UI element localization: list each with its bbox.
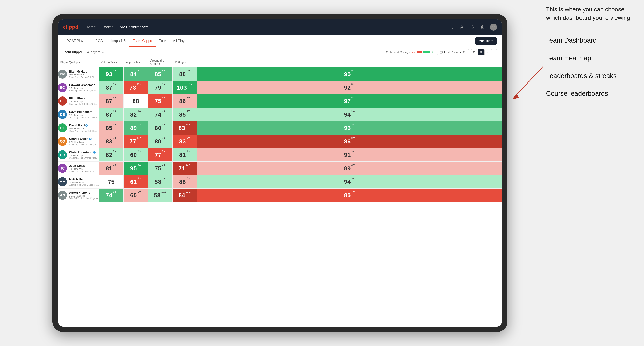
score-cell: 801 bbox=[148, 135, 172, 148]
nav-link-myperformance[interactable]: My Performance bbox=[120, 25, 148, 29]
svg-point-4 bbox=[461, 26, 462, 27]
score-cell: 8310 bbox=[172, 121, 197, 135]
tablet-frame: clippd Home Teams My Performance bbox=[52, 14, 508, 332]
table-row[interactable]: MM Matt Miller 6-10 Handicap Woburn Golf… bbox=[58, 175, 502, 188]
settings-icon[interactable] bbox=[480, 24, 486, 30]
player-handicap: Plus Handicap bbox=[69, 73, 99, 76]
score-cell: 853 bbox=[172, 108, 197, 121]
player-cell: AN Aaron Nicholls 11-15 Handicap Drift G… bbox=[58, 188, 99, 202]
view-sort-button[interactable]: ↕ bbox=[491, 49, 497, 55]
add-team-button[interactable]: Add Team bbox=[475, 37, 497, 44]
th-around-green[interactable]: Around the Green ▾ bbox=[148, 57, 172, 67]
edit-icon[interactable]: ✏ bbox=[102, 50, 104, 54]
verified-badge: ✓ bbox=[93, 151, 96, 154]
table-row[interactable]: DF David Ford✓ Plus Handicap Royal North… bbox=[58, 121, 502, 135]
subnav-pga[interactable]: PGA bbox=[92, 35, 106, 47]
player-avatar: AN bbox=[58, 191, 67, 200]
subnav-tour[interactable]: Tour bbox=[156, 35, 170, 47]
score-cell: 892 bbox=[197, 162, 502, 175]
table-row[interactable]: EE Elliot Ebert 1-5 Handicap Sunningdale… bbox=[58, 94, 502, 108]
th-putting[interactable]: Putting ▾ bbox=[172, 57, 197, 67]
player-club: Sunningdale Golf Club, United Kingdom bbox=[69, 103, 99, 105]
player-handicap: 1-5 Handicap bbox=[69, 87, 99, 89]
subnav-teamclippd[interactable]: Team Clippd bbox=[129, 35, 156, 47]
calendar-icon bbox=[440, 51, 443, 54]
th-player[interactable]: Player Quality ▾ bbox=[58, 57, 99, 67]
table-row[interactable]: JC Josh Coles 1-5 Handicap Royal North D… bbox=[58, 162, 502, 175]
team-name: Team Clippd bbox=[63, 50, 82, 54]
score-cell: 10315 bbox=[172, 81, 197, 94]
player-handicap: 1-5 Handicap bbox=[69, 168, 99, 170]
player-avatar: EE bbox=[58, 96, 67, 106]
view-list-button[interactable]: ≡ bbox=[484, 49, 490, 55]
last-rounds-button[interactable]: Last Rounds: 20 bbox=[437, 49, 469, 55]
player-avatar: CR bbox=[58, 150, 67, 159]
player-details: Blair McHarg Plus Handicap Royal North D… bbox=[69, 70, 99, 78]
player-info: EE Elliot Ebert 1-5 Handicap Sunningdale… bbox=[58, 96, 99, 106]
bell-icon[interactable] bbox=[469, 24, 475, 30]
bar-green bbox=[423, 51, 430, 53]
top-nav: clippd Home Teams My Performance bbox=[58, 19, 502, 35]
player-name: Josh Coles bbox=[69, 164, 99, 168]
user-avatar[interactable]: U bbox=[490, 23, 497, 30]
player-cell: EC Edward Crossman 1-5 Handicap Sunningd… bbox=[58, 81, 99, 94]
player-details: Josh Coles 1-5 Handicap Royal North Devo… bbox=[69, 164, 99, 173]
score-cell: 813 bbox=[99, 162, 124, 175]
view-buttons: ⊞ ▦ ≡ ↕ bbox=[471, 49, 497, 55]
round-change-neg: -5 bbox=[412, 50, 415, 54]
table-row[interactable]: CR Chris Robertson✓ 1-5 Handicap Craigmi… bbox=[58, 148, 502, 162]
score-cell: 913 bbox=[197, 148, 502, 162]
annotation-intro: This is where you can choose which dashb… bbox=[546, 5, 637, 22]
table-row[interactable]: BM Blair McHarg Plus Handicap Royal Nort… bbox=[58, 67, 502, 81]
player-handicap: 1-5 Handicap bbox=[69, 100, 99, 103]
score-cell: 601 bbox=[124, 188, 148, 202]
annotation-items: Team Dashboard Team Heatmap Leaderboards… bbox=[546, 36, 637, 98]
subnav-hcaps[interactable]: Hcaps 1-5 bbox=[106, 35, 129, 47]
svg-marker-1 bbox=[512, 93, 519, 100]
player-cell: CR Chris Robertson✓ 1-5 Handicap Craigmi… bbox=[58, 148, 99, 162]
th-off-tee[interactable]: Off the Tee ▾ bbox=[99, 57, 124, 67]
annotation-item-3: Leaderboards & streaks bbox=[546, 71, 637, 81]
player-avatar: EC bbox=[58, 83, 67, 92]
main-content: Player Quality ▾ Off the Tee ▾ Approach … bbox=[58, 57, 502, 327]
score-cell: 853 bbox=[99, 121, 124, 135]
player-info: MM Matt Miller 6-10 Handicap Woburn Golf… bbox=[58, 177, 99, 186]
nav-link-teams[interactable]: Teams bbox=[102, 25, 114, 29]
player-club: Royal North Devon Golf Club, United King… bbox=[69, 76, 99, 78]
score-cell: 823 bbox=[99, 148, 124, 162]
tablet-screen: clippd Home Teams My Performance bbox=[58, 19, 502, 327]
score-cell: 799 bbox=[148, 81, 172, 94]
player-avatar: JC bbox=[58, 164, 67, 173]
table-row[interactable]: AN Aaron Nicholls 11-15 Handicap Drift G… bbox=[58, 188, 502, 202]
th-approach[interactable]: Approach ▾ bbox=[124, 57, 148, 67]
table-row[interactable]: CQ Charlie Quick✓ 6-10 Handicap St. Geor… bbox=[58, 135, 502, 148]
player-name: Edward Crossman bbox=[69, 83, 99, 87]
round-change-pos: +5 bbox=[432, 50, 435, 54]
view-grid-button[interactable]: ⊞ bbox=[471, 49, 477, 55]
score-cell: 881 bbox=[172, 67, 197, 81]
score-cell: 958 bbox=[124, 162, 148, 175]
data-table: Player Quality ▾ Off the Tee ▾ Approach … bbox=[58, 57, 502, 202]
table-row[interactable]: DB Dave Billingham 1-5 Handicap Gog Mago… bbox=[58, 108, 502, 121]
player-cell: DF David Ford✓ Plus Handicap Royal North… bbox=[58, 121, 99, 135]
score-cell: 824 bbox=[124, 108, 148, 121]
table-header-row: Player Quality ▾ Off the Tee ▾ Approach … bbox=[58, 57, 502, 67]
player-club: Royal North Devon Golf Club, United King… bbox=[69, 170, 99, 173]
player-avatar: DF bbox=[58, 123, 67, 133]
player-name: Chris Robertson✓ bbox=[69, 151, 99, 154]
nav-link-home[interactable]: Home bbox=[86, 25, 96, 29]
player-club: Drift Golf Club, United Kingdom bbox=[69, 197, 99, 199]
subnav-allplayers[interactable]: All Players bbox=[170, 35, 193, 47]
profile-icon[interactable] bbox=[458, 24, 465, 30]
score-cell: 897 bbox=[124, 121, 148, 135]
player-cell: BM Blair McHarg Plus Handicap Royal Nort… bbox=[58, 67, 99, 81]
score-cell: 584 bbox=[148, 175, 172, 188]
score-cell: 88 bbox=[124, 94, 148, 108]
table-row[interactable]: EC Edward Crossman 1-5 Handicap Sunningd… bbox=[58, 81, 502, 94]
subnav-pgat[interactable]: PGAT Players bbox=[63, 35, 92, 47]
player-info: DF David Ford✓ Plus Handicap Royal North… bbox=[58, 123, 99, 133]
player-info: CQ Charlie Quick✓ 6-10 Handicap St. Geor… bbox=[58, 137, 99, 146]
view-heatmap-button[interactable]: ▦ bbox=[478, 49, 484, 55]
team-header: Team Clippd | 14 Players ✏ 20 Round Chan… bbox=[58, 47, 502, 57]
search-icon[interactable] bbox=[448, 24, 454, 30]
